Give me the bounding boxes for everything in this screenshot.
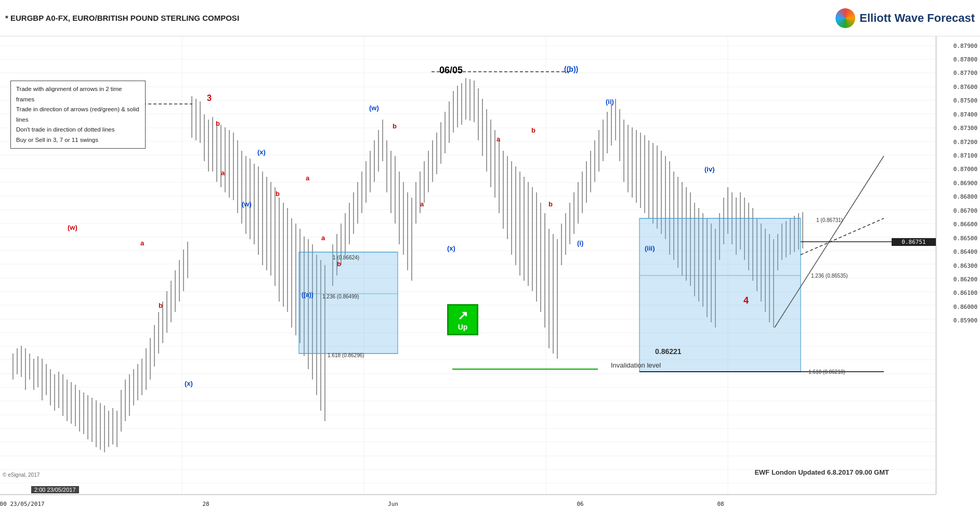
price-0.86000: 0.86000 — [953, 303, 977, 310]
wave-label-w2: (w) — [242, 200, 252, 208]
price-0.87800: 0.87800 — [953, 56, 977, 63]
wave-label-iii: (iii) — [645, 244, 655, 252]
wave-label-x3: (x) — [447, 244, 455, 252]
info-line-1: Trade with alignment of arrows in 2 time… — [16, 84, 140, 104]
wave-label-a1: a — [140, 239, 144, 247]
date-bar: 2:00 23/05/2017 — [31, 486, 79, 493]
wave-label-ii: (ii) — [606, 98, 614, 106]
wave-label-bb: ((b)) — [564, 65, 578, 73]
price-0.86400: 0.86400 — [953, 249, 977, 255]
svg-line-241 — [801, 218, 884, 255]
fib-label-2-236: 1.236 (0.86535) — [811, 273, 848, 279]
price-axis: 0.87900 0.87800 0.87700 0.87600 0.87500 … — [936, 36, 980, 494]
wave-label-a2: a — [221, 169, 225, 177]
esignal-credit: © eSignal, 2017 — [3, 472, 40, 478]
wave-label-b4: b — [337, 260, 341, 268]
info-line-3: Don't trade in direction of dotted lines — [16, 125, 140, 135]
footer-update-text: EWF London Updated 6.8.2017 09.00 GMT — [754, 468, 889, 476]
price-0.87600: 0.87600 — [953, 83, 977, 90]
chart-title: * EURGBP A0-FX, EURO/BRITISH POUND STERL… — [5, 14, 835, 22]
price-0.87900: 0.87900 — [953, 42, 977, 49]
wave-label-w3: (w) — [369, 104, 379, 112]
wave-label-b1: b — [159, 302, 163, 309]
wave-label-w1: (w) — [68, 224, 77, 231]
fib-label-1-236: 1.236 (0.86499) — [322, 294, 359, 299]
price-0.86200: 0.86200 — [953, 276, 977, 282]
price-0.86800: 0.86800 — [953, 193, 977, 200]
chart-area: .grid-line { stroke: #e0e0e0; stroke-wid… — [0, 36, 936, 494]
up-arrow-icon: ↗ — [458, 308, 468, 323]
up-label: Up — [458, 323, 468, 331]
fib-label-1-1: 1 (0.86624) — [333, 255, 359, 260]
time-label-start: 2:00 23/05/2017 — [0, 501, 45, 507]
price-0.86600: 0.86600 — [953, 221, 977, 228]
wave-label-aa: ((a)) — [302, 291, 313, 298]
logo-icon — [835, 8, 855, 28]
chart-header: * EURGBP A0-FX, EURO/BRITISH POUND STERL… — [0, 0, 980, 36]
wave-label-b5: b — [393, 122, 397, 130]
fib-label-2-1: 1 (0.86731) — [816, 217, 843, 223]
info-box: Trade with alignment of arrows in 2 time… — [10, 81, 146, 149]
current-price-box: 0.86751 — [892, 238, 936, 246]
price-0.87300: 0.87300 — [953, 125, 977, 132]
info-line-4: Buy or Sell in 3, 7 or 11 swings — [16, 135, 140, 146]
fib-label-2-618: 1.618 (0.86218) — [808, 369, 845, 375]
price-0.87100: 0.87100 — [953, 152, 977, 159]
wave-label-a6: a — [496, 135, 500, 143]
price-0.86100: 0.86100 — [953, 290, 977, 296]
price-0.87700: 0.87700 — [953, 70, 977, 76]
current-price-value: 0.86751 — [901, 239, 925, 245]
price-0.85900: 0.85900 — [953, 317, 977, 324]
info-line-2: Trade in direction of arrows (red/green)… — [16, 104, 140, 125]
up-box: ↗ Up — [447, 304, 478, 335]
time-label-08: 08 — [717, 501, 724, 507]
wave-label-x2: (x) — [257, 148, 266, 156]
chart-container: * EURGBP A0-FX, EURO/BRITISH POUND STERL… — [0, 0, 980, 510]
wave-label-a3: a — [306, 174, 309, 182]
invalidation-value: 0.86221 — [655, 347, 682, 356]
logo-area: Elliott Wave Forecast — [835, 8, 975, 28]
price-0.86500: 0.86500 — [953, 234, 977, 241]
wave-label-x1: (x) — [185, 380, 193, 387]
svg-rect-231 — [299, 252, 398, 354]
time-label-06: 06 — [577, 501, 583, 507]
wave-label-a4: a — [321, 234, 325, 242]
price-0.86300: 0.86300 — [953, 262, 977, 269]
date-label-0605: 06/05 — [439, 65, 463, 76]
price-0.87000: 0.87000 — [953, 166, 977, 173]
wave-label-b2: b — [216, 120, 220, 127]
price-0.87500: 0.87500 — [953, 97, 977, 104]
price-0.87400: 0.87400 — [953, 111, 977, 117]
wave-label-a5: a — [420, 200, 424, 208]
price-0.86900: 0.86900 — [953, 179, 977, 186]
time-label-jun: Jun — [388, 501, 398, 507]
price-0.87200: 0.87200 — [953, 138, 977, 145]
fib-label-1-618-1: 1.618 (0.86296) — [328, 352, 364, 358]
price-0.86700: 0.86700 — [953, 207, 977, 214]
wave-label-b7: b — [548, 200, 553, 208]
wave-label-4: 4 — [743, 295, 749, 306]
wave-label-iv: (iv) — [704, 165, 715, 173]
brand-name: Elliott Wave Forecast — [859, 11, 975, 25]
wave-label-i: (i) — [577, 239, 583, 247]
time-axis: 2:00 23/05/2017 28 Jun 06 08 — [0, 494, 936, 510]
wave-label-b3: b — [276, 190, 280, 198]
wave-label-3: 3 — [207, 94, 212, 103]
wave-label-b6: b — [531, 126, 535, 134]
time-label-28: 28 — [202, 501, 209, 507]
invalidation-text: Invalidation level — [611, 361, 661, 369]
